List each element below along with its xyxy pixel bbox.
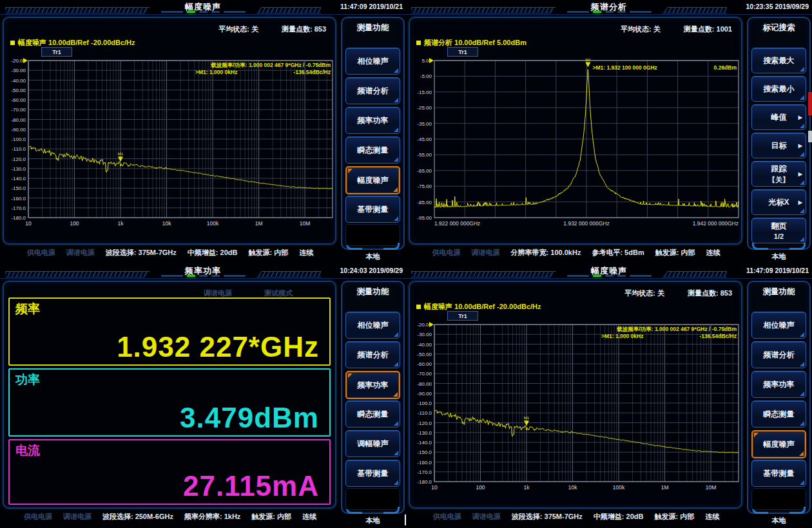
dash (211, 275, 220, 277)
m1-marker-label: M1 (524, 416, 530, 420)
current-label: 电流 (15, 442, 40, 459)
x-tick: 100 (476, 484, 485, 491)
trigger-source-status: 触发源: 内部 (248, 248, 288, 258)
x-tick: 1.932 000 000GHz (563, 220, 609, 227)
y-tick: -120.0 (11, 156, 26, 162)
quadrant-freq-power: 频率功率 10:24:03 2019/09/29 调谐电源 测试模式 频率 1.… (0, 264, 406, 528)
band-select-status: 波段选择: 375M-7GHz (512, 512, 583, 522)
frequency-readout-box: 频率 1.932 227*GHz (8, 297, 331, 366)
tune-supply-label: 调谐电源 (204, 288, 232, 298)
menu-button-spectrum[interactable]: 频谱分析 (345, 77, 400, 104)
marker-readout-label: >M1: 1.000 0kHz (601, 333, 643, 339)
y-tick: -90.00 (417, 391, 432, 397)
text-cursor (405, 514, 406, 525)
x-tick: 10k (162, 220, 171, 227)
measure-points: 测量点数: 853 (688, 288, 732, 298)
y-tick: -160.0 (11, 196, 26, 202)
y-tick: -110.0 (418, 410, 432, 416)
dash (161, 11, 183, 13)
dash (199, 11, 208, 13)
status-footer: 供电电源 调谐电源 波段选择: 375M-7GHz 中频增益: 20dB 触发源… (0, 248, 340, 258)
menu-button-search-max[interactable]: 搜索最大 (751, 48, 806, 73)
menu-button-transient[interactable]: 瞬态测量 (751, 401, 806, 428)
menu-button-transient[interactable]: 瞬态测量 (345, 401, 400, 428)
dash (617, 11, 626, 13)
marker-carrier-readout: 载波频率/功率: 1.000 002 467 9*GHz / -0.75dBm (210, 62, 331, 68)
y-tick: -50.00 (417, 352, 432, 357)
x-tick: 1.942 000 000GHz (693, 220, 739, 227)
submenu-arrow-icon: ▶ (798, 115, 802, 120)
y-tick: -180.0 (11, 215, 26, 221)
menu-button-page[interactable]: 翻页1/2 (751, 218, 806, 243)
if-gain-status: 中频增益: 20dB (188, 248, 238, 258)
empty-menu-slot (345, 488, 400, 510)
x-tick: 100 (70, 220, 79, 227)
ref-level-status: 参考电平: 5dBm (592, 248, 644, 258)
y-tick: -40.00 (417, 342, 432, 348)
y-tick: -30.00 (11, 68, 26, 73)
local-status: 本地 (340, 252, 405, 261)
menu-button-amplitude-noise[interactable]: 幅度噪声 (345, 166, 400, 194)
dash (211, 11, 220, 13)
menu-button-track[interactable]: 跟踪【关】▶ (751, 161, 806, 187)
x-tick: 10 (25, 220, 32, 227)
menu-button-freq-power[interactable]: 频率功率 (345, 107, 400, 134)
grid (28, 61, 333, 218)
menu-button-spectrum[interactable]: 频谱分析 (751, 341, 806, 368)
x-tick: 1.922 000 000GHz (434, 220, 480, 227)
menu-button-baseband[interactable]: 基带测量 (345, 460, 400, 487)
menu-button-amplitude-noise[interactable]: 幅度噪声 (751, 430, 806, 458)
dash (161, 275, 183, 277)
menu-button-freq-power[interactable]: 频率功率 (751, 371, 806, 398)
test-mode-label: 测试模式 (264, 288, 293, 298)
menu-button-search-min[interactable]: 搜索最小 (751, 76, 806, 102)
empty-menu-slot (345, 224, 400, 246)
menu-button-baseband[interactable]: 基带测量 (751, 460, 806, 487)
active-dash (187, 11, 195, 13)
menu-button-phase-noise[interactable]: 相位噪声 (345, 312, 400, 339)
y-tick: -50.00 (11, 88, 26, 93)
y-tick: -80.00 (11, 117, 26, 123)
dash (617, 275, 626, 277)
menu-button-target[interactable]: 目标▶ (751, 133, 806, 158)
menu-button-phase-noise[interactable]: 相位噪声 (751, 312, 806, 339)
x-tick: 1M (661, 484, 669, 491)
marker-readout-value: 0.26dBm (714, 64, 737, 71)
menu-button-baseband[interactable]: 基带测量 (345, 196, 400, 223)
menu-button-freq-power[interactable]: 频率功率 (345, 371, 400, 399)
menu-button-spectrum[interactable]: 频谱分析 (345, 341, 400, 368)
trigger-source-status: 触发源: 内部 (654, 512, 694, 522)
menu-column: 测量功能 相位噪声 频谱分析 频率功率 瞬态测量 幅度噪声 基带测量 本地 (746, 264, 811, 528)
average-state: 平均状态: 关 (624, 288, 664, 298)
menu-button-am-noise[interactable]: 调幅噪声 (345, 430, 400, 457)
y-tick: -120.0 (417, 420, 432, 426)
y-tick: -65.00 (417, 168, 432, 174)
tune-supply-status: 调谐电源 (472, 512, 501, 522)
tune-supply-status: 调谐电源 (63, 512, 92, 522)
dash (224, 275, 246, 277)
average-state: 平均状态: 关 (218, 24, 258, 34)
y-tick: -130.0 (417, 430, 432, 436)
if-gain-status: 中频增益: 20dB (594, 512, 644, 522)
menu-button-cursor-x[interactable]: 光标X▶ (751, 189, 806, 215)
menu-header: 测量功能 (748, 287, 809, 297)
measure-status-row: 平均状态: 关 测量点数: 853 (218, 24, 326, 34)
menu-button-transient[interactable]: 瞬态测量 (345, 137, 400, 164)
freq-power-panel: 调谐电源 测试模式 频率 1.932 227*GHz 功率 3.479dBm 电… (3, 281, 336, 509)
trace-header-label: 幅度噪声 10.00dB/Ref -20.00dBc/Hz (18, 38, 135, 48)
rbw-status: 分辨率带宽: 100.0kHz (511, 248, 581, 258)
menu-header: 测量功能 (342, 23, 403, 33)
menu-button-peak[interactable]: 峰值▶ (751, 104, 806, 130)
m1-marker-label: M1 (118, 152, 124, 156)
y-tick: -170.0 (11, 205, 26, 211)
menu-frame: 测量功能 相位噪声 频谱分析 频率功率 瞬态测量 幅度噪声 基带测量 (747, 281, 811, 514)
x-tick: 100k (207, 220, 219, 227)
power-supply-status: 供电电源 (24, 512, 52, 522)
empty-menu-slot (751, 488, 806, 510)
active-dash (593, 275, 601, 277)
current-readout-box: 电流 27.115mA (8, 439, 331, 505)
plot-panel: 平均状态: 关 测量点数: 853 幅度噪声 10.00dB/Ref -20.0… (3, 17, 336, 245)
menu-button-phase-noise[interactable]: 相位噪声 (345, 48, 400, 75)
x-tick: 1M (255, 220, 263, 227)
menu-frame: 标记搜索 搜索最大 搜索最小 峰值▶ 目标▶ 跟踪【关】▶ 光标X▶ 翻页1/2 (747, 17, 811, 250)
